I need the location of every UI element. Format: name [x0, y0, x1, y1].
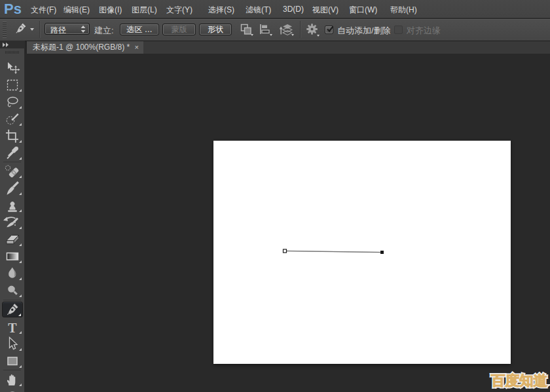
svg-text:T: T	[8, 320, 17, 334]
